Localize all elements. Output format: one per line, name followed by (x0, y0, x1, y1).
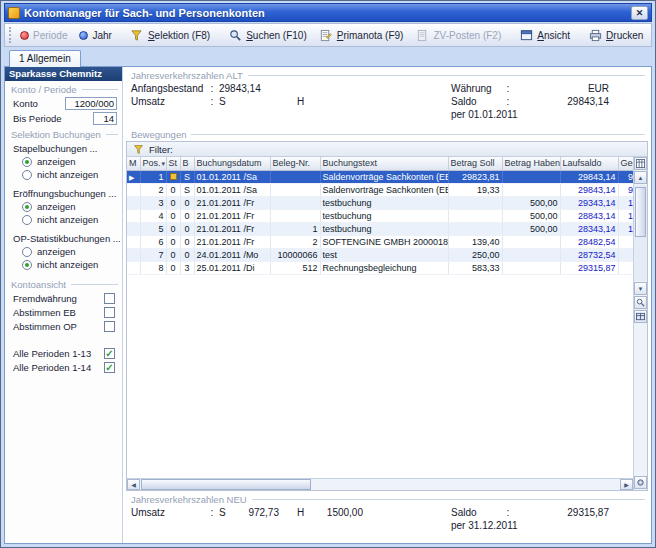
hscroll-track[interactable] (312, 479, 620, 490)
cell-pos: 2 (140, 183, 166, 196)
checkbox-row[interactable]: Abstimmen OP (5, 319, 122, 333)
scroll-up-button[interactable]: ▲ (634, 171, 647, 184)
radio-option[interactable]: anzeigen (5, 245, 122, 258)
column-header-b[interactable]: B (180, 157, 194, 170)
checkbox-row[interactable]: Alle Perioden 1-14✓ (5, 360, 122, 374)
bank-header: Sparkasse Chemnitz (5, 67, 122, 81)
arrow-down-icon: ▼ (638, 286, 644, 292)
section-title-neu: Jahresverkehrszahlen NEU (131, 494, 247, 505)
zoom-icon[interactable] (634, 296, 647, 309)
table-options-icon[interactable] (634, 310, 647, 323)
radio-group: OP-Statistikbuchungen ...anzeigennicht a… (5, 231, 122, 271)
column-header-pos[interactable]: Pos.▾ (140, 157, 166, 170)
cell-haben (502, 248, 560, 261)
cell-m (127, 196, 140, 209)
column-header-gegenkonto[interactable]: Gegenkonto (618, 157, 633, 170)
vertical-scrollbar[interactable] (634, 185, 647, 281)
cell-laufsaldo: 28482,54 (560, 235, 618, 248)
selektion-button[interactable]: Selektion (F8) (124, 25, 216, 45)
cell-haben: 500,00 (502, 209, 560, 222)
column-header-soll[interactable]: Betrag Soll (448, 157, 502, 170)
cell-beleg: 1 (270, 222, 320, 235)
cell-b: S (180, 170, 194, 183)
table-row[interactable]: 30021.01.2011 /Frtestbuchung500,0029343,… (127, 196, 633, 209)
ansicht-button[interactable]: Ansicht (513, 25, 576, 45)
grid-settings-icon[interactable] (634, 476, 647, 489)
bewegungen-table: MPos.▾StBBuchungsdatumBeleg-Nr.Buchungst… (127, 157, 633, 275)
drucken-button[interactable]: Drucken (582, 25, 649, 45)
konto-input[interactable] (65, 97, 117, 110)
table-row[interactable]: 70024.01.2011 /Mo10000066test250,0028732… (127, 248, 633, 261)
bis-periode-input[interactable] (93, 112, 117, 125)
radio-option[interactable]: anzeigen (5, 200, 122, 213)
radio-icon (22, 260, 32, 270)
bis-periode-label: Bis Periode (13, 113, 93, 124)
cell-text: Saldenvorträge Sachkonten (EB) (320, 183, 448, 196)
table-row[interactable]: 80325.01.2011 /Di512Rechnungsbegleichung… (127, 261, 633, 274)
radio-option[interactable]: nicht anzeigen (5, 213, 122, 226)
radio-option[interactable]: anzeigen (5, 155, 122, 168)
section-title-bewegungen: Bewegungen (131, 129, 186, 140)
column-header-haben[interactable]: Betrag Haben (502, 157, 560, 170)
saldo-label-alt: Saldo (451, 96, 501, 107)
table-row[interactable]: 60021.01.2011 /Fr2SOFTENGINE GMBH 200001… (127, 235, 633, 248)
toolbar: Periode Jahr Selektion (F8) Suchen (F10)… (4, 23, 652, 47)
tab-allgemein[interactable]: 1 Allgemein (9, 50, 81, 67)
column-header-datum[interactable]: Buchungsdatum (194, 157, 270, 170)
filter-icon[interactable] (131, 142, 145, 156)
colon: : (501, 83, 515, 94)
scroll-right-button[interactable]: ▶ (620, 479, 633, 490)
vscroll-thumb[interactable] (635, 187, 646, 237)
column-chooser-icon[interactable] (634, 157, 647, 170)
horizontal-scrollbar[interactable]: ◀ ▶ (127, 478, 633, 490)
jahr-button[interactable]: Jahr (73, 27, 117, 44)
selektion-groups: Stapelbuchungen ...anzeigennicht anzeige… (5, 141, 122, 276)
checkbox-row[interactable]: Alle Perioden 1-13✓ (5, 346, 122, 360)
suchen-button[interactable]: Suchen (F10) (222, 25, 313, 45)
radio-option[interactable]: nicht anzeigen (5, 168, 122, 181)
cell-m (127, 248, 140, 261)
zv-posten-button[interactable]: ZV-Posten (F2) (409, 25, 507, 45)
section-kontoansicht: Kontoansicht (5, 276, 122, 291)
radio-option[interactable]: nicht anzeigen (5, 258, 122, 271)
column-header-beleg[interactable]: Beleg-Nr. (270, 157, 320, 170)
cell-b: 3 (180, 261, 194, 274)
cell-pos: 4 (140, 209, 166, 222)
grid-area: MPos.▾StBBuchungsdatumBeleg-Nr.Buchungst… (127, 157, 633, 478)
scroll-down-button[interactable]: ▼ (634, 282, 647, 295)
primanota-button[interactable]: Primanota (F9) (313, 25, 410, 45)
cell-soll (448, 222, 502, 235)
column-header-m[interactable]: M (127, 157, 140, 170)
column-header-text[interactable]: Buchungstext (320, 157, 448, 170)
close-button[interactable]: ✕ (631, 6, 648, 20)
periode-button[interactable]: Periode (14, 27, 73, 44)
table-row[interactable]: 20S01.01.2011 /SaSaldenvorträge Sachkont… (127, 183, 633, 196)
cell-m (127, 261, 140, 274)
cell-beleg: 10000066 (270, 248, 320, 261)
window-title: Kontomanager für Sach- und Personenkonte… (24, 7, 631, 19)
hscroll-thumb[interactable] (141, 479, 311, 490)
radio-option-label: anzeigen (37, 246, 76, 257)
cell-st: 0 (166, 209, 180, 222)
soll-indicator-neu: S (219, 507, 231, 518)
table-row[interactable]: 40021.01.2011 /Frtestbuchung500,0028843,… (127, 209, 633, 222)
anfangsbestand-value: 29843,14 (219, 83, 261, 94)
radio-option-label: nicht anzeigen (37, 214, 98, 225)
radio-group: Stapelbuchungen ...anzeigennicht anzeige… (5, 141, 122, 181)
checkbox-label: Abstimmen EB (13, 307, 76, 318)
checkbox-row[interactable]: Abstimmen EB (5, 305, 122, 319)
toolbar-grip[interactable] (9, 27, 11, 43)
cell-laufsaldo: 28843,14 (560, 209, 618, 222)
cell-laufsaldo: 28732,54 (560, 248, 618, 261)
table-row[interactable]: ▶1S01.01.2011 /SaSaldenvorträge Sachkont… (127, 170, 633, 183)
column-header-st[interactable]: St (166, 157, 180, 170)
scroll-left-button[interactable]: ◀ (127, 479, 140, 490)
cell-laufsaldo: 29843,14 (560, 170, 618, 183)
radio-icon (22, 247, 32, 257)
title-bar[interactable]: Kontomanager für Sach- und Personenkonte… (4, 3, 652, 22)
checkbox-row[interactable]: Fremdwährung (5, 291, 122, 305)
per-date-neu: per 31.12.2011 (451, 520, 518, 531)
radio-option-label: anzeigen (37, 156, 76, 167)
table-row[interactable]: 50021.01.2011 /Fr1testbuchung500,0028343… (127, 222, 633, 235)
column-header-laufsaldo[interactable]: Laufsaldo (560, 157, 618, 170)
